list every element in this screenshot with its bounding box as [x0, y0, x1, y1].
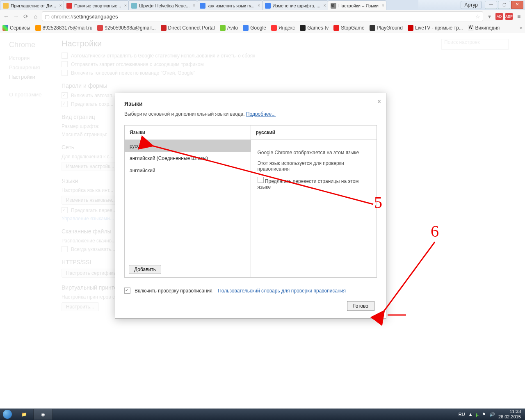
livetv-icon [408, 25, 413, 31]
column-header: русский [251, 126, 377, 140]
profile-badge[interactable]: Артур [461, 1, 482, 9]
mail-icon [35, 25, 41, 31]
page-icon: ▢ [45, 14, 50, 20]
maximize-button[interactable]: ▢ [498, 1, 510, 9]
spellcheck-label: Включить проверку правописания. [135, 288, 214, 294]
bookmark-item[interactable]: Direct Connect Portal [161, 25, 215, 31]
back-icon[interactable]: ← [2, 13, 10, 20]
apps-button[interactable]: Сервисы [2, 25, 30, 31]
language-detail-column: русский Google Chrome отображается на эт… [251, 126, 377, 277]
language-item-russian[interactable]: русский [125, 140, 251, 152]
menu-icon[interactable]: ≡ [515, 13, 523, 20]
gamestv-icon [300, 25, 306, 31]
close-button[interactable]: ✕ [511, 1, 523, 9]
tab-1[interactable]: Приглашение от Дм...× [0, 0, 64, 11]
favicon-icon [66, 3, 72, 9]
overflow-icon[interactable]: » [520, 25, 523, 31]
languages-dialog: × Языки Выберите основной и дополнительн… [115, 93, 386, 319]
extension-icon[interactable]: ▾ [486, 13, 493, 20]
add-language-button[interactable]: Добавить [129, 265, 161, 274]
favicon-icon [131, 3, 137, 9]
bookmark-item[interactable]: LiveTV - прямые тр... [408, 25, 463, 31]
windows-taskbar: 📁 ◉ RU ▲ µ ⚑ 🔊 11:3326.02.2015 [0, 409, 525, 420]
taskbar-clock[interactable]: 11:3326.02.2015 [498, 409, 521, 420]
star-icon[interactable]: ☆ [475, 14, 480, 20]
close-icon[interactable]: × [59, 3, 62, 8]
column-header: Языки [125, 126, 251, 140]
tray-icon[interactable]: ▲ [468, 412, 473, 417]
bookmark-item[interactable]: Яндекс [271, 25, 295, 31]
done-button[interactable]: Готово [347, 301, 374, 311]
favicon-icon [265, 3, 271, 9]
url-bar[interactable]: ▢ chrome://settings/languages ☆ [42, 11, 483, 21]
gmail-icon [97, 25, 103, 31]
tab-6-active[interactable]: ⚙Настройки – Языки× [328, 0, 386, 11]
close-icon[interactable]: × [193, 3, 195, 8]
translate-label: Предлагать перевести страницы на этом яз… [258, 178, 359, 190]
avito-icon [220, 25, 226, 31]
bookmark-item[interactable]: WВикипедия [468, 25, 500, 31]
bookmark-item[interactable]: Games-tv [300, 25, 329, 31]
forward-icon[interactable]: → [12, 13, 20, 20]
bookmark-item[interactable]: 89252883175@mail.ru [35, 25, 93, 31]
stopgame-icon [333, 25, 339, 31]
yandex-icon [271, 25, 277, 31]
abp-icon[interactable]: ABP [505, 13, 513, 20]
favicon-icon [3, 3, 9, 9]
gear-icon: ⚙ [331, 3, 336, 9]
spellcheck-note: Этот язык используется для проверки прав… [258, 160, 370, 172]
bookmarks-bar: Сервисы 89252883175@mail.ru 9250590598a@… [0, 23, 525, 34]
utorrent-icon[interactable]: µ [476, 412, 479, 417]
volume-icon[interactable]: 🔊 [489, 412, 495, 417]
close-icon[interactable]: × [124, 3, 127, 8]
language-indicator[interactable]: RU [459, 412, 465, 417]
close-icon[interactable]: × [324, 3, 326, 8]
dialog-title: Языки [124, 100, 377, 107]
url-path: settings/languages [73, 14, 118, 20]
spellcheck-checkbox[interactable] [124, 288, 130, 294]
tab-3[interactable]: Шрифт Helvetica Neue...× [128, 0, 197, 11]
tab-5[interactable]: Изменение шрифта, ...× [262, 0, 328, 11]
playground-icon [370, 25, 375, 31]
dialog-subtitle: Выберите основной и дополнительный языки… [124, 111, 377, 117]
bookmark-item[interactable]: Avito [220, 25, 238, 31]
google-icon [243, 25, 249, 31]
tab-4[interactable]: как изменить язык гу...× [197, 0, 262, 11]
taskbar-chrome[interactable]: ◉ [34, 409, 52, 420]
nav-toolbar: ← → ⟳ ⌂ ▢ chrome://settings/languages ☆ … [0, 10, 525, 23]
bookmark-item[interactable]: Google [243, 25, 266, 31]
tab-2[interactable]: Прямые спортивные...× [64, 0, 129, 11]
bookmark-item[interactable]: 9250590598a@gmail... [97, 25, 155, 31]
dialog-close-icon[interactable]: × [377, 98, 381, 105]
translate-checkbox[interactable] [258, 177, 264, 183]
wikipedia-icon: W [468, 25, 474, 31]
language-item-english[interactable]: английский [125, 164, 251, 177]
apps-icon [2, 25, 8, 31]
display-language-note: Google Chrome отображается на этом языке [258, 150, 370, 155]
browser-tabstrip: Приглашение от Дм...× Прямые спортивные.… [0, 0, 418, 11]
dc-icon [161, 25, 167, 31]
language-list-column: Языки русский английский (Соединенные Шт… [125, 126, 251, 277]
close-icon[interactable]: × [258, 3, 260, 8]
start-button[interactable] [0, 409, 15, 420]
custom-dict-link[interactable]: Пользовательский словарь для проверки пр… [218, 288, 346, 294]
reload-icon[interactable]: ⟳ [22, 13, 30, 20]
action-center-icon[interactable]: ⚑ [482, 412, 486, 417]
language-item-en-us[interactable]: английский (Соединенные Штаты) [125, 152, 251, 164]
minimize-button[interactable]: — [485, 1, 497, 9]
favicon-icon [200, 3, 205, 9]
close-icon[interactable]: × [382, 3, 384, 8]
learn-more-link[interactable]: Подробнее... [246, 111, 276, 117]
taskbar-explorer[interactable]: 📁 [15, 409, 34, 420]
bookmark-item[interactable]: StopGame [333, 25, 364, 31]
url-scheme: chrome:// [51, 14, 73, 20]
adblock-icon[interactable]: AD [495, 13, 503, 20]
home-icon[interactable]: ⌂ [32, 13, 39, 20]
bookmark-item[interactable]: PlayGround [370, 25, 403, 31]
